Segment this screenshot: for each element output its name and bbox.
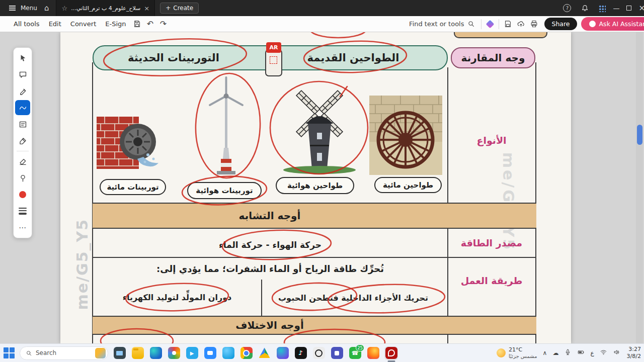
battery-icon[interactable]: [577, 348, 585, 358]
home-icon[interactable]: ⌂: [40, 3, 53, 14]
draw-tool-selected[interactable]: [15, 100, 30, 115]
onedrive-cloud-icon[interactable]: ☁: [552, 349, 558, 356]
acrobat-app-icon-active[interactable]: [384, 346, 398, 360]
caption-wind-turbines: توربينات هوائية: [187, 182, 262, 199]
header-modern-turbines: التوربينات الحديثة: [128, 52, 219, 64]
teams-icon[interactable]: [330, 346, 344, 360]
create-button[interactable]: + Create: [160, 3, 199, 14]
file-explorer-icon[interactable]: [131, 346, 144, 360]
taskbar-apps: ▶ ♪ ☎ 25: [113, 346, 398, 360]
wind-turbine-image: [197, 73, 255, 177]
divider: [499, 19, 499, 29]
ai-assistant-label: Ask AI Assistant: [599, 20, 644, 28]
app-bar: Menu ⌂ ☆ سلاح_علوم_4 ب ترم_الثاني... × +…: [0, 0, 644, 16]
differences-title: أوجه الاختلاف: [235, 319, 304, 331]
ask-ai-assistant-button[interactable]: Ask AI Assistant: [581, 17, 644, 31]
save-icon[interactable]: [131, 18, 144, 30]
taskbar-clock[interactable]: 3:27 3/8/2: [627, 346, 641, 360]
divider: [481, 19, 481, 29]
microphone-icon[interactable]: [564, 348, 572, 358]
pin-tool[interactable]: [15, 170, 30, 186]
text-box-tool[interactable]: [15, 117, 30, 132]
convert-menu[interactable]: Convert: [66, 18, 101, 30]
more-tools-ellipsis[interactable]: ⋯: [15, 220, 30, 235]
search-icon: [26, 350, 32, 356]
ai-assistant-logo-icon: [589, 21, 596, 27]
row-label-method: طريقة العمل: [461, 275, 523, 286]
redo-icon[interactable]: ↷: [157, 18, 170, 30]
start-button[interactable]: [3, 347, 15, 359]
minimize-button[interactable]: —: [613, 5, 619, 12]
cloud-upload-icon[interactable]: [514, 18, 527, 30]
weather-widget[interactable]: 21°C مشمس جزئيًا: [497, 347, 537, 359]
all-tools-menu[interactable]: All tools: [9, 18, 44, 30]
ai-sparkle-icon[interactable]: [484, 18, 497, 30]
vertical-scrollbar[interactable]: [636, 32, 643, 343]
sun-icon: [497, 348, 506, 357]
search-weather-thumbnail-icon: [95, 348, 106, 358]
close-button[interactable]: ×: [638, 4, 644, 13]
clock-date: 3/8/2: [627, 353, 641, 360]
tray-chevron-up-icon[interactable]: ∧: [543, 349, 547, 356]
language-indicator[interactable]: ع: [590, 349, 594, 356]
highlighter-tool[interactable]: [15, 83, 30, 99]
fill-sign-tool[interactable]: [15, 133, 30, 148]
hamburger-icon: [9, 6, 16, 11]
edit-menu[interactable]: Edit: [44, 18, 66, 30]
color-swatch-red[interactable]: [15, 187, 30, 202]
tab-close-icon[interactable]: ×: [144, 5, 149, 12]
wifi-icon[interactable]: [600, 348, 607, 358]
comment-tool[interactable]: [15, 67, 30, 82]
annotation-tool-rail: ⋯: [13, 47, 32, 238]
save-file-icon[interactable]: [501, 18, 514, 30]
taskbar-search[interactable]: Search: [20, 346, 108, 360]
photos-app-icon[interactable]: [167, 346, 181, 360]
share-button[interactable]: Share: [544, 18, 577, 30]
desktop-app-icon[interactable]: [113, 346, 126, 360]
eraser-tool[interactable]: [15, 154, 30, 169]
zoom-icon[interactable]: [203, 346, 217, 360]
method-cell-divider: [261, 280, 262, 316]
caption-water-turbines: توربينات مائية: [100, 179, 166, 195]
star-icon[interactable]: ☆: [61, 5, 67, 12]
pdf-page: me/G5_Y5 me/G5_Y5 التوربينات الحديثة الط…: [60, 32, 571, 343]
document-tab[interactable]: ☆ سلاح_علوم_4 ب ترم_الثاني... ×: [56, 0, 155, 16]
divider: [17, 151, 29, 151]
tiktok-icon[interactable]: ♪: [294, 346, 307, 360]
help-icon[interactable]: ?: [563, 4, 571, 12]
differences-band: أوجه الاختلاف: [93, 316, 536, 335]
select-cursor-tool[interactable]: [15, 50, 30, 65]
notifications-bell-icon[interactable]: [578, 2, 591, 14]
tab-title: سلاح_علوم_4 ب ترم_الثاني...: [71, 5, 140, 12]
menu-button[interactable]: Menu: [4, 3, 40, 14]
energy-source-value: حركة الهواء - حركة الماء: [219, 240, 321, 250]
weather-desc: مشمس جزئيًا: [509, 353, 537, 359]
find-bar[interactable]: Find text or tools: [405, 19, 479, 29]
search-label: Search: [36, 349, 92, 356]
row-label-energy-source: مصدر الطاقة: [461, 237, 522, 248]
print-icon[interactable]: [527, 18, 540, 30]
whatsapp-icon[interactable]: ☎ 25: [348, 346, 362, 360]
scrollbar-thumb[interactable]: [637, 125, 642, 145]
firefox-icon[interactable]: [366, 346, 380, 360]
canva-icon[interactable]: [276, 346, 289, 360]
ar-marker: AR: [261, 42, 287, 78]
apps-grid-icon[interactable]: [598, 5, 606, 12]
skype-icon[interactable]: [221, 346, 235, 360]
restore-button[interactable]: [626, 6, 631, 11]
line-thickness-tool[interactable]: [15, 204, 30, 219]
header-pill-compare: وجه المقارنة: [451, 47, 535, 68]
undo-icon[interactable]: ↶: [144, 18, 157, 30]
telegram-icon[interactable]: ▶: [185, 346, 199, 360]
whatsapp-unread-badge: 25: [356, 344, 364, 351]
esign-menu[interactable]: E-Sign: [101, 18, 130, 30]
volume-icon[interactable]: [613, 348, 620, 358]
system-tray: 21°C مشمس جزئيًا ∧ ☁ ع 3:27 3/8/2: [497, 346, 641, 360]
google-drive-icon[interactable]: [258, 346, 271, 360]
chrome-icon[interactable]: [239, 346, 253, 360]
chatgpt-icon[interactable]: [312, 346, 326, 360]
water-wheel-image: [369, 96, 442, 175]
ar-badge: AR: [266, 42, 281, 53]
weather-temp: 21°C: [509, 347, 537, 353]
edge-browser-icon[interactable]: [149, 346, 163, 360]
